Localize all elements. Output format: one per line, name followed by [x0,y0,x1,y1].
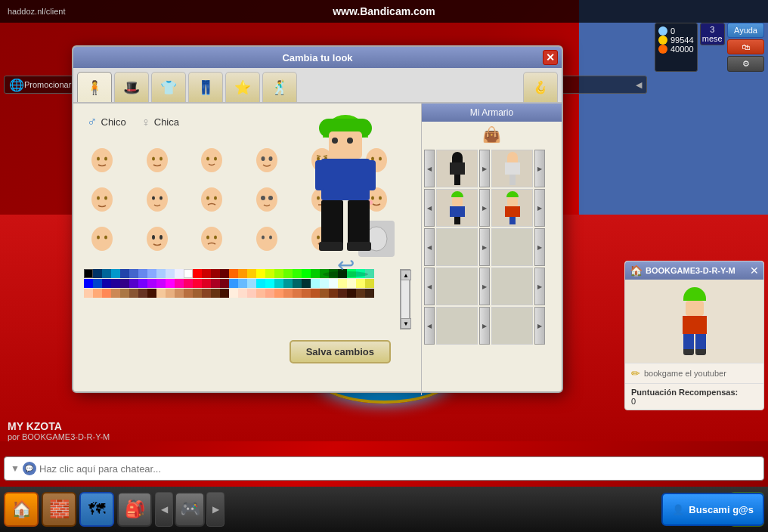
tab-head[interactable]: 🎩 [114,72,149,102]
color-cell[interactable] [193,269,202,278]
color-cell[interactable] [129,279,138,288]
color-cell[interactable] [84,279,93,288]
color-cell[interactable] [120,289,129,298]
color-cell[interactable] [129,289,138,298]
toolbar-btn-catalog[interactable]: 🧱 [42,492,76,527]
color-cell[interactable] [265,289,274,298]
color-cell[interactable] [247,279,256,288]
color-cell[interactable] [238,269,247,278]
color-cell[interactable] [184,279,193,288]
color-cell[interactable] [202,279,211,288]
wardrobe-slot-4[interactable] [491,189,533,227]
wardrobe-slot-5[interactable] [436,228,478,266]
toolbar-btn-navigator[interactable]: 🗺 [79,492,114,527]
color-cell[interactable] [265,279,274,288]
color-cell[interactable] [338,289,347,298]
color-cell[interactable] [229,279,238,288]
color-cell[interactable] [166,289,175,298]
wardrobe-nav-right-10[interactable]: ▶ [534,307,545,345]
color-cell[interactable] [274,289,283,298]
scroll-down-button[interactable]: ▼ [401,318,411,329]
color-cell[interactable] [347,289,356,298]
color-cell[interactable] [138,269,147,278]
wardrobe-nav-right-1[interactable]: ▶ [479,150,490,187]
color-cell[interactable] [93,279,102,288]
wardrobe-slot-1[interactable] [436,150,478,187]
color-cell[interactable] [311,289,320,298]
color-cell[interactable] [147,269,156,278]
color-cell[interactable] [147,279,156,288]
wardrobe-nav-left-2[interactable]: ◀ [424,189,435,227]
face-item-13[interactable] [84,221,120,257]
color-cell[interactable] [283,269,293,278]
face-item-2[interactable] [139,142,175,178]
tab-body[interactable]: 🧍 [77,72,112,102]
wardrobe-nav-right-3[interactable]: ▶ [479,189,490,227]
color-cell[interactable] [84,269,93,278]
scroll-up-button[interactable]: ▲ [401,270,411,280]
wardrobe-slot-9[interactable] [436,307,478,345]
color-cell[interactable] [147,289,156,298]
color-cell[interactable] [138,279,147,288]
color-cell[interactable] [184,289,193,298]
tab-badge[interactable]: ⭐ [225,72,260,102]
color-cell[interactable] [93,269,102,278]
color-cell[interactable] [193,289,202,298]
color-cell[interactable] [102,279,111,288]
face-item-7[interactable] [84,181,120,218]
color-cell[interactable] [129,269,138,278]
color-cell[interactable] [256,269,265,278]
toolbar-btn-inventory[interactable]: 🎒 [117,492,152,527]
face-item-8[interactable] [139,181,175,218]
color-cell[interactable] [175,279,184,288]
color-cell[interactable] [102,269,111,278]
color-cell[interactable] [193,279,202,288]
color-cell[interactable] [138,289,147,298]
hanger-tab[interactable]: 🪝 [523,72,558,102]
color-cell[interactable] [120,269,129,278]
color-cell[interactable] [265,269,274,278]
nav-left[interactable]: ◀ [155,492,173,527]
color-cell[interactable] [229,269,238,278]
face-item-10[interactable] [249,181,285,218]
rotate-button[interactable]: ↩ [337,252,355,277]
wardrobe-slot-7[interactable] [436,268,478,305]
color-cell[interactable] [293,289,302,298]
wardrobe-nav-right-6[interactable]: ▶ [534,228,545,266]
tab-effects[interactable]: 🕺 [262,72,297,102]
help-button[interactable]: Ayuda [727,23,764,38]
buscamigos-button[interactable]: 👤 Buscami g@s [661,493,764,526]
color-cell[interactable] [256,289,265,298]
face-item-14[interactable] [139,221,175,257]
wardrobe-nav-left-1[interactable]: ◀ [424,150,435,187]
wardrobe-nav-right-9[interactable]: ▶ [479,307,490,345]
shop-button[interactable]: 🛍 [727,39,764,54]
color-cell[interactable] [320,289,329,298]
color-cell[interactable] [302,289,311,298]
color-cell[interactable] [220,279,229,288]
color-cell[interactable] [202,269,211,278]
color-cell[interactable] [211,289,220,298]
tab-pants[interactable]: 👖 [188,72,223,102]
wardrobe-nav-left-4[interactable]: ◀ [424,268,435,305]
chat-input[interactable] [39,463,757,475]
wardrobe-nav-left-5[interactable]: ◀ [424,307,435,345]
color-cell[interactable] [274,269,283,278]
color-cell[interactable] [175,269,184,278]
color-cell[interactable] [84,289,93,298]
color-cell[interactable] [211,269,220,278]
color-cell[interactable] [283,289,293,298]
color-cell[interactable] [111,279,120,288]
color-cell[interactable] [247,269,256,278]
wardrobe-nav-right-4[interactable]: ▶ [534,189,545,227]
save-button[interactable]: Salva cambios [290,340,391,363]
wardrobe-nav-right-8[interactable]: ▶ [534,268,545,305]
face-item-15[interactable] [194,221,230,257]
gender-female-option[interactable]: ♀ Chica [141,116,179,129]
face-item-16[interactable] [249,221,285,257]
wardrobe-slot-2[interactable] [491,150,533,187]
color-cell[interactable] [238,279,247,288]
color-cell[interactable] [256,279,265,288]
color-cell[interactable] [156,289,166,298]
color-cell[interactable] [120,279,129,288]
